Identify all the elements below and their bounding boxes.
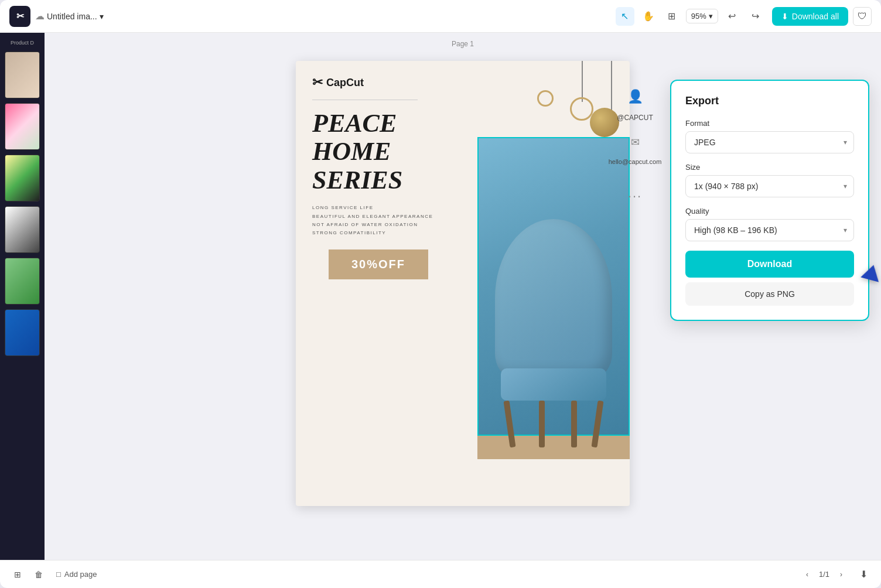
download-all-icon: ⬇ (781, 12, 788, 21)
cursor-arrow-icon (860, 262, 881, 282)
capcut-logo-text: CapCut (326, 77, 364, 89)
topbar: ✂ ☁ Untitled ima... ▾ ↖ ✋ ⊞ 95% ▾ (0, 0, 881, 33)
capcut-logo: ✂ CapCut (312, 75, 364, 90)
thumbnail-2[interactable] (5, 103, 40, 150)
bottombar: ⊞ 🗑 □ Add page ‹ 1/1 › ⬇ (0, 560, 881, 588)
shield-icon: 🛡 (858, 11, 867, 22)
quality-select-wrapper: High (98 KB – 196 KB) Medium Low ▾ (685, 219, 854, 241)
format-field: Format JPEG PNG SVG PDF ▾ (685, 119, 854, 153)
grid-icon: ⊞ (14, 570, 21, 579)
file-name-button[interactable]: ☁ Untitled ima... ▾ (35, 11, 104, 22)
format-select-wrapper: JPEG PNG SVG PDF ▾ (685, 131, 854, 153)
thumbnail-4[interactable] (5, 206, 40, 253)
mail-icon: ✉ (631, 136, 640, 149)
canvas-area[interactable]: Page 1 ✂ CapCut (45, 33, 881, 560)
chair-image-container[interactable] (477, 137, 630, 436)
cloud-icon: ☁ (35, 11, 45, 22)
decor-ring-1 (570, 97, 593, 121)
chair-image-section (466, 137, 630, 459)
undo-icon: ↩ (728, 11, 736, 22)
size-field: Size 1x (940 × 788 px) 2x (1880 × 1576 p… (685, 163, 854, 197)
size-label: Size (685, 163, 854, 172)
quality-field: Quality High (98 KB – 196 KB) Medium Low… (685, 207, 854, 241)
shield-button[interactable]: 🛡 (853, 7, 872, 26)
export-icon: ⬇ (860, 569, 868, 579)
email-text: hello@capcut.com (609, 158, 662, 165)
logo-icon: ✂ (16, 11, 24, 22)
format-label: Format (685, 119, 854, 128)
thumbnail-3[interactable] (5, 155, 40, 201)
capcut-logo-symbol: ✂ (312, 75, 323, 90)
page-label: Page 1 (452, 40, 474, 48)
canvas-card: ✂ CapCut PEACE HOME SERIES LONG SERVICE … (296, 61, 630, 506)
download-all-label: Download all (792, 12, 839, 21)
user-icon: 👤 (627, 89, 643, 104)
app-logo: ✂ (9, 6, 30, 27)
card-header: ✂ CapCut (296, 61, 630, 100)
more-options-icon[interactable]: ··· (628, 189, 642, 204)
select-icon: ↖ (621, 11, 629, 22)
sidebar-section-label: Product D (0, 37, 45, 48)
quality-select[interactable]: High (98 KB – 196 KB) Medium Low (685, 219, 854, 241)
quality-label: Quality (685, 207, 854, 216)
grid-view-button[interactable]: ⊞ (9, 566, 26, 583)
undo-button[interactable]: ↩ (723, 7, 742, 26)
format-select[interactable]: JPEG PNG SVG PDF (685, 131, 854, 153)
chair-leg-3 (571, 401, 577, 447)
next-page-button[interactable]: › (834, 568, 848, 582)
right-info-panel: 👤 @CAPCUT ✉ hello@capcut.com ··· (612, 80, 658, 213)
export-title: Export (685, 95, 854, 107)
topbar-left: ✂ ☁ Untitled ima... ▾ (9, 6, 609, 27)
trash-icon: 🗑 (35, 570, 43, 579)
thumbnail-5[interactable] (5, 258, 40, 305)
size-select-wrapper: 1x (940 × 788 px) 2x (1880 × 1576 px) ▾ (685, 175, 854, 197)
handle-text: @CAPCUT (617, 114, 653, 122)
copy-png-button[interactable]: Copy as PNG (685, 282, 854, 306)
download-all-button[interactable]: ⬇ Download all (772, 7, 848, 26)
select-tool-button[interactable]: ↖ (616, 7, 634, 26)
title-line1: PEACE (312, 110, 613, 138)
thumbnail-1[interactable] (5, 52, 40, 98)
hand-tool-button[interactable]: ✋ (639, 7, 658, 26)
add-page-button[interactable]: □ Add page (52, 568, 102, 581)
prev-page-button[interactable]: ‹ (800, 568, 814, 582)
bottom-right: ⬇ (855, 566, 872, 583)
export-button[interactable]: ⬇ (855, 566, 872, 583)
bottom-tools: ⊞ 🗑 □ Add page (9, 566, 793, 583)
layout-tool-button[interactable]: ⊞ (663, 7, 681, 26)
main-area: Product D Page 1 (0, 33, 881, 560)
layout-icon: ⊞ (668, 11, 675, 22)
zoom-control[interactable]: 95% ▾ (686, 9, 718, 23)
hand-icon: ✋ (643, 11, 654, 22)
chair-seat (501, 368, 606, 401)
thumbnail-6[interactable] (5, 309, 40, 356)
chair-leg-2 (539, 401, 545, 447)
topbar-right: ⬇ Download all 🛡 (772, 7, 872, 26)
topbar-center: ↖ ✋ ⊞ 95% ▾ ↩ ↪ (616, 7, 765, 26)
size-select[interactable]: 1x (940 × 788 px) 2x (1880 × 1576 px) (685, 175, 854, 197)
export-panel: Export Format JPEG PNG SVG PDF ▾ Si (670, 80, 869, 321)
delete-page-button[interactable]: 🗑 (30, 566, 47, 583)
file-name-label: Untitled ima... (47, 12, 97, 21)
chair-back (495, 219, 612, 377)
add-page-label: Add page (64, 570, 97, 579)
redo-icon: ↪ (752, 11, 759, 22)
add-page-icon: □ (56, 570, 61, 579)
decor-string-1 (582, 61, 583, 102)
zoom-level: 95% (691, 12, 706, 20)
pagination: ‹ 1/1 › (800, 568, 848, 582)
zoom-dropdown-icon: ▾ (709, 12, 713, 20)
decor-ring-2 (537, 90, 554, 107)
left-sidebar: Product D (0, 33, 45, 560)
page-number: 1/1 (819, 570, 829, 579)
redo-button[interactable]: ↪ (746, 7, 765, 26)
card-offer: 30%OFF (329, 249, 428, 279)
file-dropdown-icon: ▾ (100, 12, 104, 21)
download-button[interactable]: Download (685, 251, 854, 278)
